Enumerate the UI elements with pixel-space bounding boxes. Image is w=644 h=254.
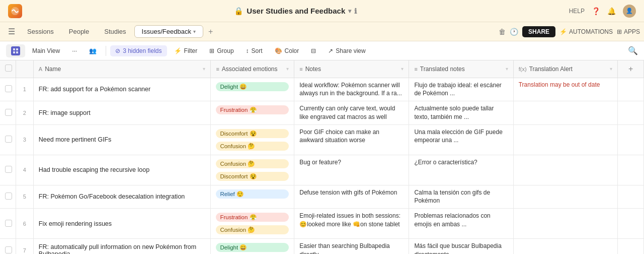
page-title: User Studies and Feedback — [247, 7, 345, 15]
row-add-cell — [618, 209, 644, 239]
svg-rect-2 — [16, 48, 18, 50]
row-checkbox[interactable] — [5, 85, 12, 92]
table-row[interactable]: 5FR: Pokémon Go/Facebook desecalation in… — [0, 185, 644, 209]
name-col-sort-icon[interactable]: ▾ — [203, 66, 205, 72]
tab-people[interactable]: People — [62, 26, 96, 37]
row-notes[interactable]: Ideal workflow: Pokémon scanner will alw… — [294, 78, 409, 101]
row-notes[interactable]: Emoji-related issues in both sessions: 😊… — [294, 209, 409, 239]
table-row[interactable]: 1FR: add support for a Pokémon scannerDe… — [0, 78, 644, 101]
row-translated-notes[interactable]: Una mala elección de GIF puede empeorar … — [409, 124, 513, 155]
color-button[interactable]: 🎨 Color — [270, 45, 304, 56]
row-checkbox[interactable] — [5, 166, 12, 173]
row-checkbox[interactable] — [5, 246, 12, 253]
row-notes[interactable]: Easier than searching Bulbapedia directl… — [294, 239, 409, 254]
row-checkbox[interactable] — [5, 109, 12, 116]
emotion-tag[interactable]: Relief 😌 — [216, 189, 289, 199]
trash-icon[interactable]: 🗑 — [499, 28, 506, 36]
tab-issues-feedback[interactable]: Issues/Feedback ▾ — [134, 25, 203, 38]
emotion-tag[interactable]: Discomfort 😵 — [216, 172, 289, 181]
tab-dropdown-icon[interactable]: ▾ — [193, 29, 196, 34]
alert-col-sort-icon[interactable]: ▾ — [610, 66, 612, 72]
row-name[interactable]: FR: automatically pull information on ne… — [33, 239, 211, 254]
info-icon[interactable]: ℹ — [354, 7, 357, 15]
share-view-icon: ↗ — [328, 47, 333, 54]
layout-button[interactable]: ⊟ — [306, 45, 321, 56]
emotion-tag[interactable]: Frustration 😤 — [216, 213, 289, 222]
row-notes[interactable]: Defuse tension with gifs of Pokémon — [294, 185, 409, 209]
add-column-button[interactable]: + — [628, 65, 633, 73]
add-col-header[interactable]: + — [618, 60, 644, 78]
row-name[interactable]: Fix emoji rendering issues — [33, 209, 211, 239]
row-translated-notes[interactable]: Calma la tensión con gifs de Pokémon — [409, 185, 513, 209]
row-checkbox-cell — [0, 239, 16, 254]
tab-studies[interactable]: Studies — [97, 26, 133, 37]
row-number: 4 — [16, 155, 33, 185]
group-button[interactable]: ⊞ Group — [204, 45, 238, 56]
top-bar: 🔒 User Studies and Feedback ▾ ℹ HELP ❓ 🔔… — [0, 0, 644, 22]
emotion-tag[interactable]: Confusion 🤔 — [216, 225, 289, 234]
row-name[interactable]: FR: add support for a Pokémon scanner — [33, 78, 211, 101]
row-checkbox[interactable] — [5, 193, 12, 200]
automations-button[interactable]: ⚡ AUTOMATIONS — [559, 28, 613, 35]
add-tab-button[interactable]: + — [204, 25, 217, 38]
apps-button[interactable]: ⊞ APPS — [617, 28, 640, 35]
hamburger-menu[interactable]: ☰ — [4, 25, 19, 38]
row-checkbox[interactable] — [5, 136, 12, 143]
main-view-button[interactable]: Main View — [27, 45, 65, 56]
emotion-tag[interactable]: Delight 😄 — [216, 243, 289, 252]
emotion-tag[interactable]: Delight 😄 — [216, 82, 289, 91]
more-options-button[interactable]: ··· — [67, 45, 82, 56]
row-name[interactable]: FR: Pokémon Go/Facebook desecalation int… — [33, 185, 211, 209]
row-translated-notes[interactable]: Actualmente solo puede tallar texto, tam… — [409, 101, 513, 125]
row-name[interactable]: Had trouble escaping the recursive loop — [33, 155, 211, 185]
emotion-tag[interactable]: Frustration 😤 — [216, 105, 289, 114]
emotions-col-sort-icon[interactable]: ▾ — [286, 66, 289, 72]
row-notes[interactable]: Bug or feature? — [294, 155, 409, 185]
row-checkbox-cell — [0, 155, 16, 185]
alert-header[interactable]: f(x) Translation Alert ▾ — [513, 60, 617, 78]
row-translation-alert — [513, 124, 617, 155]
avatar[interactable]: 👤 — [623, 5, 636, 18]
emotion-tag[interactable]: Confusion 🤔 — [216, 142, 289, 151]
row-translated-notes[interactable]: Flujo de trabajo ideal: el escáner de Po… — [409, 78, 513, 101]
emotions-header[interactable]: ≡ Associated emotions ▾ — [211, 60, 294, 78]
notification-icon[interactable]: 🔔 — [607, 7, 616, 15]
table-row[interactable]: 2FR: image supportFrustration 😤Currently… — [0, 101, 644, 125]
row-notes[interactable]: Poor GIF choice can make an awkward situ… — [294, 124, 409, 155]
app-logo[interactable] — [8, 4, 22, 18]
hidden-fields-button[interactable]: ⊘ 3 hidden fields — [110, 45, 167, 56]
select-all-checkbox[interactable] — [5, 65, 12, 72]
row-checkbox[interactable] — [5, 220, 12, 227]
row-translated-notes[interactable]: ¿Error o característica? — [409, 155, 513, 185]
filter-button[interactable]: ⚡ Filter — [169, 45, 203, 56]
translated-col-label: Translated notes — [420, 66, 465, 73]
emotion-tag[interactable]: Discomfort 😵 — [216, 129, 289, 138]
emotion-tag[interactable]: Confusion 🤔 — [216, 159, 289, 168]
history-icon[interactable]: 🕐 — [510, 28, 518, 36]
table-row[interactable]: 3Need more pertinent GIFsDiscomfort 😵Con… — [0, 124, 644, 155]
tab-sessions[interactable]: Sessions — [20, 26, 61, 37]
table-row[interactable]: 6Fix emoji rendering issuesFrustration 😤… — [0, 209, 644, 239]
collaborators-button[interactable]: 👥 — [84, 45, 102, 56]
help-icon[interactable]: ❓ — [592, 7, 600, 15]
row-translated-notes[interactable]: Más fácil que buscar Bulbapedia directam… — [409, 239, 513, 254]
row-name[interactable]: FR: image support — [33, 101, 211, 125]
row-notes[interactable]: Currently can only carve text, would lik… — [294, 101, 409, 125]
table-row[interactable]: 4Had trouble escaping the recursive loop… — [0, 155, 644, 185]
translated-col-sort-icon[interactable]: ▾ — [506, 66, 508, 72]
notes-header[interactable]: ≡ Notes ▾ — [294, 60, 409, 78]
share-button[interactable]: SHARE — [522, 26, 555, 37]
share-view-button[interactable]: ↗ Share view — [323, 45, 370, 56]
name-header[interactable]: A Name ▾ — [33, 60, 211, 78]
row-translated-notes[interactable]: Problemas relacionados con emojis en amb… — [409, 209, 513, 239]
table-row[interactable]: 7FR: automatically pull information on n… — [0, 239, 644, 254]
view-icon-button[interactable] — [6, 44, 25, 57]
search-button[interactable]: 🔍 — [628, 46, 638, 55]
notes-col-sort-icon[interactable]: ▾ — [401, 66, 404, 72]
row-name[interactable]: Need more pertinent GIFs — [33, 124, 211, 155]
title-dropdown-icon[interactable]: ▾ — [348, 8, 351, 15]
sort-button[interactable]: ↕ Sort — [241, 45, 268, 56]
translated-header[interactable]: ≡ Translated notes ▾ — [409, 60, 513, 78]
checkbox-header[interactable] — [0, 60, 16, 78]
help-label[interactable]: HELP — [569, 8, 585, 15]
